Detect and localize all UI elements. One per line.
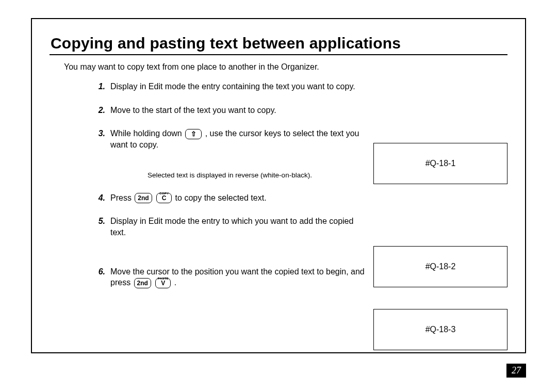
page-number: 27 xyxy=(506,364,526,378)
step-5: 5. Display in Edit mode the entry to whi… xyxy=(87,216,365,238)
step-body: Display in Edit mode the entry containin… xyxy=(110,81,365,92)
page-title: Copying and pasting text between applica… xyxy=(51,35,507,52)
step-number: 6. xyxy=(87,266,110,288)
step-body: Press 2nd COPY C to copy the selected te… xyxy=(110,192,365,204)
figure-label: #Q-18-2 xyxy=(425,262,456,271)
second-key-icon: 2nd xyxy=(135,193,152,203)
title-rule xyxy=(50,54,507,55)
manual-page: Copying and pasting text between applica… xyxy=(0,0,557,392)
step-body: Display in Edit mode the entry to which … xyxy=(110,216,365,238)
step-body: Move the cursor to the position you want… xyxy=(110,266,365,288)
page-frame: Copying and pasting text between applica… xyxy=(31,18,526,353)
step-2: 2. Move to the start of the text you wan… xyxy=(87,105,365,116)
step-body: While holding down ⇧ , use the cursor ke… xyxy=(110,128,365,150)
figure-placeholder-1: #Q-18-1 xyxy=(373,143,507,184)
step-1: 1. Display in Edit mode the entry contai… xyxy=(87,81,365,92)
step-text-post: to copy the selected text. xyxy=(175,193,267,202)
figure-placeholder-3: #Q-18-3 xyxy=(373,309,507,350)
step-text-post: . xyxy=(174,278,176,287)
figure-placeholder-2: #Q-18-2 xyxy=(373,246,507,287)
step-text-pre: While holding down xyxy=(110,129,184,138)
step-number: 1. xyxy=(87,81,110,92)
step-number: 2. xyxy=(87,105,110,116)
v-key-sup: PASTE xyxy=(158,274,169,283)
step-body: Move to the start of the text you want t… xyxy=(110,105,365,116)
step-3: 3. While holding down ⇧ , use the cursor… xyxy=(87,128,365,150)
step-6: 6. Move the cursor to the position you w… xyxy=(87,266,365,288)
intro-text: You may want to copy text from one place… xyxy=(64,62,507,72)
note-text: Selected text is displayed in reverse (w… xyxy=(148,171,365,179)
step-number: 5. xyxy=(87,216,110,238)
steps-list: 1. Display in Edit mode the entry contai… xyxy=(87,81,365,288)
c-key-icon: COPY C xyxy=(156,193,172,203)
c-key-sup: COPY xyxy=(159,189,169,198)
step-number: 3. xyxy=(87,128,110,150)
step-4: 4. Press 2nd COPY C to copy the selected… xyxy=(87,192,365,204)
v-key-icon: PASTE V xyxy=(155,278,171,288)
shift-key-icon: ⇧ xyxy=(185,129,202,139)
figure-label: #Q-18-3 xyxy=(425,325,456,334)
content-area: 1. Display in Edit mode the entry contai… xyxy=(50,81,507,288)
step-text-pre: Press xyxy=(110,193,134,202)
figure-label: #Q-18-1 xyxy=(425,159,456,168)
step-number: 4. xyxy=(87,192,110,204)
second-key-icon: 2nd xyxy=(134,278,151,288)
